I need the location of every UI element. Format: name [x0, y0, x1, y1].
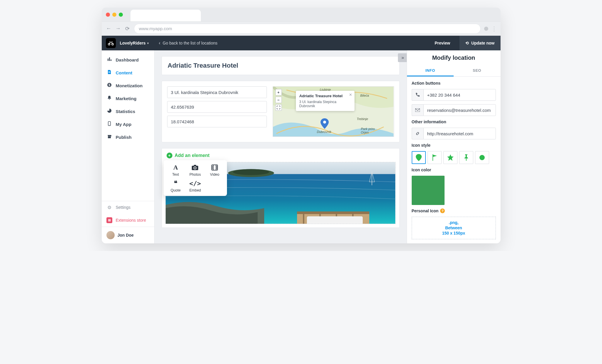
- nav-label: Statistics: [116, 109, 135, 114]
- sidebar-item-marketing[interactable]: Marketing: [102, 92, 154, 105]
- content-blocks-card: + Add an element A Text Photos: [162, 148, 400, 228]
- map-zoom-in[interactable]: +: [275, 89, 282, 95]
- window-minimize-dot[interactable]: [112, 13, 116, 17]
- map-fullscreen[interactable]: ⛶: [275, 104, 282, 111]
- window-maximize-dot[interactable]: [119, 13, 123, 17]
- tab-info[interactable]: INFO: [407, 65, 454, 76]
- svg-rect-6: [108, 72, 110, 73]
- popup-close-icon[interactable]: ✕: [349, 93, 352, 97]
- link-icon: [412, 128, 423, 139]
- app-topbar: LovelyRiders ▾ ‹ Go back to the list of …: [102, 36, 501, 50]
- right-panel: Modify location INFO SEO Action buttons …: [407, 50, 501, 243]
- personal-icon-upload[interactable]: .png, Between 150 x 150px: [412, 217, 496, 239]
- sidebar-item-myapp[interactable]: My App: [102, 118, 154, 131]
- color-swatch[interactable]: [412, 176, 445, 205]
- bar-chart-icon: [106, 57, 112, 63]
- quote-icon: ❝: [174, 180, 177, 187]
- svg-rect-38: [415, 108, 420, 112]
- window-close-dot[interactable]: [106, 13, 110, 17]
- sidebar-item-extensions[interactable]: ▦ Extensions store: [102, 214, 154, 227]
- sidebar-bottom: ⚙ Settings ▦ Extensions store Jon Doe: [102, 201, 154, 243]
- upload-line1: .png,: [415, 220, 493, 225]
- sidebar-item-content[interactable]: Content: [102, 66, 154, 79]
- browser-tab[interactable]: [130, 10, 201, 21]
- nav-back-icon[interactable]: ←: [106, 25, 112, 32]
- sidebar-item-publish[interactable]: Publish: [102, 131, 154, 143]
- picker-label: Quote: [171, 188, 181, 192]
- url-bar[interactable]: www.myapp.com: [134, 24, 481, 34]
- icon-style-star[interactable]: [443, 151, 457, 164]
- svg-rect-4: [111, 59, 111, 61]
- picker-video[interactable]: Video: [205, 164, 225, 177]
- picker-embed[interactable]: </> Embed: [185, 180, 205, 192]
- website-input[interactable]: [423, 128, 496, 139]
- chevron-down-icon: ▾: [147, 42, 149, 45]
- icon-style-drop[interactable]: [412, 151, 426, 164]
- popup-title: Adriatic Treasure Hotel: [299, 94, 351, 98]
- nav-label: Monetization: [116, 83, 143, 88]
- icon-style-pushpin[interactable]: [459, 151, 473, 164]
- gear-icon: ⚙: [106, 205, 112, 210]
- tab-seo[interactable]: SEO: [454, 65, 501, 76]
- section-icon-color: Icon color: [412, 168, 496, 172]
- kebab-menu-icon[interactable]: ⋮: [491, 25, 496, 32]
- sidebar-item-dashboard[interactable]: Dashboard: [102, 53, 154, 66]
- phone-field-group: [412, 89, 496, 101]
- preview-button[interactable]: Preview: [429, 41, 455, 45]
- email-field-group: [412, 104, 496, 116]
- map-pin-icon: [320, 118, 329, 129]
- picker-label: Text: [172, 172, 179, 177]
- plus-circle-icon: +: [167, 153, 172, 158]
- phone-input[interactable]: [423, 89, 496, 101]
- browser-menu-icons: ⋮: [484, 25, 496, 32]
- go-back-link[interactable]: ‹ Go back to the list of locations: [159, 40, 217, 46]
- map-controls: + − ⛶: [275, 89, 282, 111]
- update-now-button[interactable]: ⟲ Update now: [459, 36, 500, 50]
- nav-reload-icon[interactable]: ⟳: [125, 25, 130, 32]
- store-icon: [106, 134, 112, 140]
- app-body: Dashboard Content $ Monetization Marketi…: [102, 50, 501, 243]
- map[interactable]: Ljubinje Bileća Trebinje Dubrovnik Park …: [273, 86, 394, 137]
- sync-icon: ⟲: [465, 41, 469, 45]
- latitude-input[interactable]: [167, 101, 267, 113]
- location-title-card: Adriatic Treasure Hotel: [162, 56, 400, 75]
- email-input[interactable]: [423, 104, 496, 116]
- panel-collapse-handle[interactable]: »: [398, 53, 407, 62]
- svg-point-29: [233, 169, 269, 175]
- nav-list: Dashboard Content $ Monetization Marketi…: [102, 50, 154, 201]
- settings-label: Settings: [116, 205, 131, 210]
- icon-style-flag[interactable]: [428, 151, 442, 164]
- sidebar-item-settings[interactable]: ⚙ Settings: [102, 201, 154, 214]
- extensions-badge-icon: ▦: [106, 217, 112, 223]
- tab-info-label: INFO: [425, 68, 435, 73]
- add-element-label: Add an element: [175, 153, 210, 158]
- picker-photos[interactable]: Photos: [185, 164, 205, 177]
- longitude-input[interactable]: [167, 116, 267, 127]
- address-input[interactable]: [167, 86, 267, 98]
- nav-forward-icon[interactable]: →: [115, 25, 121, 32]
- svg-text:$: $: [108, 83, 110, 87]
- sidebar-item-monetization[interactable]: $ Monetization: [102, 79, 154, 92]
- user-row[interactable]: Jon Doe: [102, 227, 154, 243]
- nav-label: Marketing: [116, 96, 137, 101]
- section-personal-icon: Personal Icon ?: [412, 209, 496, 213]
- sidebar-item-statistics[interactable]: Statistics: [102, 105, 154, 118]
- add-element-button[interactable]: + Add an element: [167, 153, 395, 158]
- map-zoom-out[interactable]: −: [275, 97, 282, 103]
- update-label: Update now: [471, 41, 494, 45]
- main-content: » Adriatic Treasure Hotel: [155, 50, 407, 243]
- location-title: Adriatic Treasure Hotel: [168, 62, 238, 69]
- app-name: LovelyRiders: [120, 41, 146, 45]
- app-name-dropdown[interactable]: LovelyRiders ▾: [120, 41, 149, 45]
- icon-style-circle[interactable]: [475, 151, 489, 164]
- profile-dot-icon[interactable]: [484, 27, 488, 31]
- svg-rect-3: [109, 57, 110, 61]
- app-logo[interactable]: [106, 38, 116, 48]
- picker-quote[interactable]: ❝ Quote: [166, 180, 186, 192]
- picker-text[interactable]: A Text: [166, 164, 186, 177]
- website-field-group: [412, 128, 496, 139]
- envelope-icon: [412, 104, 423, 116]
- personal-icon-label: Personal Icon: [412, 209, 439, 213]
- help-icon[interactable]: ?: [440, 209, 445, 213]
- url-text: www.myapp.com: [139, 26, 172, 31]
